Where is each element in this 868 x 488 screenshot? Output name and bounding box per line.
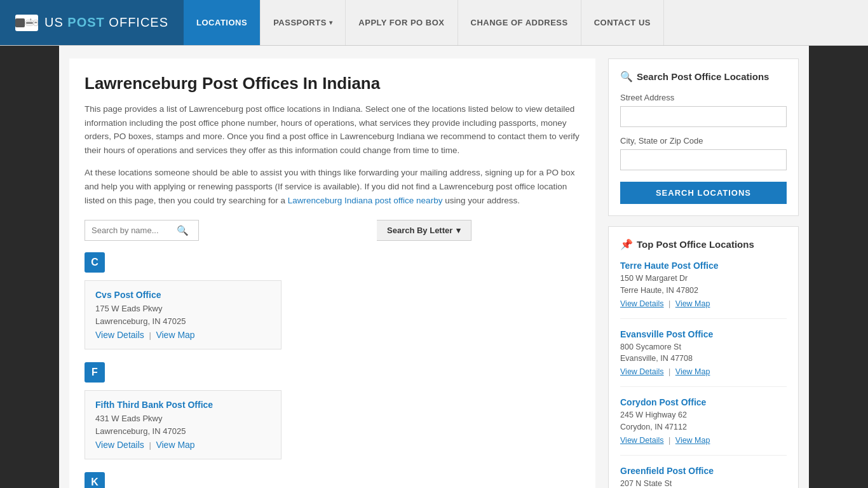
po-links-fifth-third: View Details | View Map (95, 440, 271, 450)
top-location-greenfield: Greenfield Post Office 207 N State StGre… (620, 466, 787, 489)
po-name-cvs[interactable]: Cvs Post Office (95, 290, 161, 300)
letter-badge-k: K (85, 472, 105, 488)
navigation: US POST OFFICES LOCATIONS PASSPORTS ▾ AP… (0, 0, 868, 46)
loc-name-terre-haute[interactable]: Terre Haute Post Office (620, 261, 787, 271)
city-input[interactable] (620, 149, 787, 170)
page-title: Lawrenceburg Post Offices In Indiana (85, 74, 580, 93)
loc-name-evansville[interactable]: Evansville Post Office (620, 329, 787, 339)
loc-address-evansville: 800 Sycamore StEvansville, IN 47708 (620, 341, 787, 365)
search-by-letter-button[interactable]: Search By Letter ▾ (377, 220, 471, 241)
view-details-corydon[interactable]: View Details (620, 436, 664, 445)
po-links-cvs: View Details | View Map (95, 330, 271, 340)
pin-icon: 📌 (620, 238, 633, 250)
top-location-corydon: Corydon Post Office 245 W Highway 62Cory… (620, 397, 787, 456)
po-card-cvs: Cvs Post Office 175 W Eads PkwyLawrenceb… (85, 280, 281, 349)
page-wrapper: Lawrenceburg Post Offices In Indiana Thi… (59, 46, 809, 488)
nav-item-passports[interactable]: PASSPORTS ▾ (261, 0, 346, 45)
po-address-fifth-third: 431 W Eads PkwyLawrenceburg, IN 47025 (95, 412, 271, 437)
loc-links-evansville: View Details | View Map (620, 367, 787, 376)
top-location-terre-haute: Terre Haute Post Office 150 W Margaret D… (620, 261, 787, 319)
svg-rect-3 (31, 18, 31, 20)
po-card-fifth-third: Fifth Third Bank Post Office 431 W Eads … (85, 390, 281, 459)
city-form-group: City, State or Zip Code (620, 136, 787, 170)
search-box: 🔍 Search Post Office Locations Street Ad… (608, 58, 799, 216)
search-locations-button[interactable]: SEARCH LOCATIONS (620, 182, 787, 204)
letter-section-c: C Cvs Post Office 175 W Eads PkwyLawrenc… (85, 252, 580, 349)
loc-name-greenfield[interactable]: Greenfield Post Office (620, 466, 787, 476)
letter-badge-c: C (85, 252, 105, 273)
nav-item-po-box[interactable]: APPLY FOR PO BOX (346, 0, 458, 45)
search-input[interactable] (92, 226, 174, 235)
street-input[interactable] (620, 106, 787, 127)
view-details-cvs[interactable]: View Details (95, 330, 144, 340)
street-form-group: Street Address (620, 93, 787, 127)
svg-rect-4 (34, 22, 37, 23)
caret-icon: ▾ (456, 226, 461, 235)
top-location-evansville: Evansville Post Office 800 Sycamore StEv… (620, 329, 787, 388)
nav-item-contact[interactable]: CONTACT US (581, 0, 664, 45)
view-map-terre-haute[interactable]: View Map (675, 299, 710, 308)
top-locations-title: 📌 Top Post Office Locations (620, 238, 787, 250)
loc-name-corydon[interactable]: Corydon Post Office (620, 397, 787, 407)
view-details-terre-haute[interactable]: View Details (620, 299, 664, 308)
search-submit-button[interactable]: 🔍 (174, 224, 191, 238)
description-2: At these locations someone should be abl… (85, 166, 580, 207)
city-label: City, State or Zip Code (620, 136, 787, 146)
search-box-title: 🔍 Search Post Office Locations (620, 71, 787, 83)
nav-items: LOCATIONS PASSPORTS ▾ APPLY FOR PO BOX C… (184, 0, 868, 45)
view-details-fifth-third[interactable]: View Details (95, 440, 144, 450)
letter-badge-f: F (85, 362, 105, 383)
search-row: 🔍 Search By Letter ▾ (85, 220, 580, 241)
street-label: Street Address (620, 93, 787, 102)
loc-links-terre-haute: View Details | View Map (620, 299, 787, 308)
logo-icon (15, 15, 38, 31)
letter-section-k: K (85, 472, 580, 488)
loc-address-corydon: 245 W Highway 62Corydon, IN 47112 (620, 409, 787, 433)
po-name-fifth-third[interactable]: Fifth Third Bank Post Office (95, 400, 213, 410)
logo-text: US POST OFFICES (44, 15, 168, 30)
search-name-wrap: 🔍 (85, 220, 199, 241)
nav-item-locations[interactable]: LOCATIONS (184, 0, 261, 45)
view-map-fifth-third[interactable]: View Map (156, 440, 194, 450)
top-locations-box: 📌 Top Post Office Locations Terre Haute … (608, 226, 799, 488)
nav-item-change-address[interactable]: CHANGE OF ADDRESS (458, 0, 581, 45)
view-map-cvs[interactable]: View Map (156, 330, 194, 340)
sidebar: 🔍 Search Post Office Locations Street Ad… (608, 58, 799, 488)
loc-links-corydon: View Details | View Map (620, 436, 787, 445)
loc-address-greenfield: 207 N State StGreenfield, IN 46140 (620, 478, 787, 489)
po-address-cvs: 175 W Eads PkwyLawrenceburg, IN 47025 (95, 302, 271, 327)
search-pin-icon: 🔍 (620, 71, 633, 83)
description-1: This page provides a list of Lawrencebur… (85, 102, 580, 157)
view-details-evansville[interactable]: View Details (620, 367, 664, 376)
main-content: Lawrenceburg Post Offices In Indiana Thi… (69, 58, 595, 488)
nav-logo[interactable]: US POST OFFICES (0, 0, 184, 45)
view-map-evansville[interactable]: View Map (675, 367, 710, 376)
svg-rect-2 (26, 22, 33, 24)
mailbox-svg (25, 16, 38, 30)
letter-section-f: F Fifth Third Bank Post Office 431 W Ead… (85, 362, 580, 459)
nearby-link[interactable]: Lawrenceburg Indiana post office nearby (288, 196, 443, 205)
loc-address-terre-haute: 150 W Margaret DrTerre Haute, IN 47802 (620, 273, 787, 297)
view-map-corydon[interactable]: View Map (675, 436, 710, 445)
passports-caret: ▾ (329, 19, 333, 26)
